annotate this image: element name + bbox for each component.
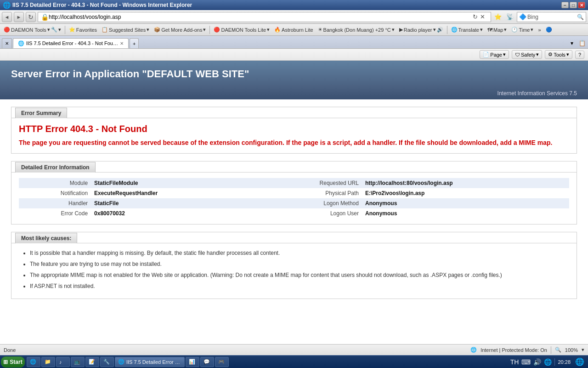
close-icon[interactable]: ✕ bbox=[5, 41, 9, 46]
help-button[interactable]: ? bbox=[575, 51, 584, 59]
new-tab-button[interactable]: + bbox=[130, 38, 139, 48]
page-menu-button[interactable]: 📄 Page ▾ bbox=[480, 50, 509, 59]
chevron-down-icon: ▾ bbox=[47, 27, 50, 33]
tray-lang[interactable]: TH bbox=[510, 358, 519, 366]
physical-path-key: Physical Path bbox=[264, 188, 362, 198]
app2-icon: 🔧 bbox=[103, 359, 110, 365]
play-icon: ▶ bbox=[399, 27, 403, 33]
ie-active-taskbar-button[interactable]: 🌐 IIS 7.5 Detailed Error - 404.3 - Not F… bbox=[115, 357, 185, 367]
folder-icon: 📁 bbox=[45, 359, 51, 365]
tools-menu-button[interactable]: ⚙ Tools ▾ bbox=[545, 50, 572, 59]
windows-icon: ⊞ bbox=[3, 359, 8, 365]
refresh-button[interactable]: ↻ bbox=[26, 12, 36, 22]
zoom-arrow[interactable]: ▾ bbox=[582, 347, 584, 353]
star-icon: ⭐ bbox=[69, 27, 75, 33]
app3-taskbar-button[interactable]: 📊 bbox=[186, 357, 199, 367]
app5-icon: 🎮 bbox=[218, 359, 225, 365]
winamp-taskbar-icon[interactable]: ♪ bbox=[56, 357, 70, 367]
suggested-sites-button[interactable]: 📋 Suggested Sites ▾ bbox=[100, 26, 151, 33]
causes-section: Most likely causes: It is possible that … bbox=[11, 232, 577, 299]
browser-content[interactable]: Server Error in Application "DEFAULT WEB… bbox=[0, 61, 588, 344]
iis-header: Server Error in Application "DEFAULT WEB… bbox=[0, 61, 588, 87]
forward-button[interactable]: ► bbox=[14, 12, 24, 22]
address-input[interactable]: http://localhost/voos/login.asp bbox=[49, 14, 473, 20]
music-icon: ♪ bbox=[59, 359, 62, 365]
causes-content: It is possible that a handler mapping is… bbox=[11, 243, 577, 299]
app5-taskbar-button[interactable]: 🎮 bbox=[215, 357, 229, 367]
requested-url-key: Requested URL bbox=[264, 178, 362, 188]
tray-network[interactable]: 🌐 bbox=[544, 358, 552, 366]
explorer-taskbar-icon[interactable]: 📁 bbox=[41, 357, 55, 367]
chevron-down-icon4: ▾ bbox=[267, 27, 270, 33]
separator bbox=[551, 346, 551, 354]
new-window-button[interactable]: 📋 bbox=[578, 39, 586, 47]
error-summary-content: HTTP Error 404.3 - Not Found The page yo… bbox=[11, 118, 577, 153]
minimize-button[interactable]: − bbox=[561, 2, 569, 8]
page-icon: 📄 bbox=[483, 52, 489, 58]
list-item: It is possible that a handler mapping is… bbox=[30, 249, 569, 257]
notification-key: Notification bbox=[19, 188, 90, 198]
error-code-key: Error Code bbox=[19, 208, 90, 218]
handler-val: StaticFile bbox=[90, 198, 245, 208]
notepad-taskbar-icon[interactable]: 📝 bbox=[85, 357, 99, 367]
close-all-tab[interactable]: ✕ bbox=[2, 38, 12, 48]
chevron-down-tools: ▾ bbox=[566, 52, 569, 58]
app3-icon: 📊 bbox=[189, 359, 195, 365]
astroburn-button[interactable]: 🔥 Astroburn Lite bbox=[272, 26, 315, 33]
rss-icon[interactable]: 📡 bbox=[505, 12, 515, 22]
search-icon[interactable]: 🔍 bbox=[577, 14, 584, 20]
stop-icon[interactable]: ✕ bbox=[478, 12, 488, 22]
back-button[interactable]: ◄ bbox=[2, 12, 12, 22]
error-summary-tab: Error Summary bbox=[15, 108, 67, 118]
zoom-icon: 🔍 bbox=[555, 347, 561, 353]
favorites-star-icon[interactable]: ⭐ bbox=[493, 12, 503, 22]
more-button[interactable]: » bbox=[536, 27, 543, 33]
security-icon: 🔒 bbox=[41, 13, 49, 21]
extra-icon[interactable]: 🔵 bbox=[544, 26, 554, 33]
close-button[interactable]: ✕ bbox=[578, 2, 585, 8]
done-label: Done bbox=[4, 347, 16, 353]
time-button[interactable]: 🕐 Time ▾ bbox=[509, 26, 535, 33]
tabs-controls: ▾ 📋 bbox=[568, 39, 586, 48]
daemon-tools-button[interactable]: 🔴 DAEMON Tools ▾ 🔧 ▾ bbox=[2, 26, 63, 33]
active-app-label: IIS 7.5 Detailed Error - 404.3 - Not Fou… bbox=[126, 359, 181, 365]
app4-taskbar-button[interactable]: 💬 bbox=[200, 357, 214, 367]
address-bar: 🔒 http://localhost/voos/login.asp ↻ ✕ bbox=[38, 12, 491, 22]
media-control[interactable]: ▶ Radio player ▾ 🔊 bbox=[397, 26, 445, 33]
start-button[interactable]: ⊞ Start bbox=[1, 356, 25, 368]
astroburn-icon: 🔥 bbox=[274, 27, 281, 33]
security-status: Internet | Protected Mode: On bbox=[481, 347, 547, 353]
more-addons-button[interactable]: 📦 Get More Add-ons ▾ bbox=[152, 26, 208, 33]
app2-taskbar-icon[interactable]: 🔧 bbox=[100, 357, 114, 367]
app4-icon: 💬 bbox=[204, 359, 210, 365]
media-taskbar-icon[interactable]: 📺 bbox=[71, 357, 85, 367]
active-tab[interactable]: 🌐 IIS 7.5 Detailed Error - 404.3 - Not F… bbox=[13, 38, 129, 48]
chevron-down-icon7: ▾ bbox=[480, 27, 483, 33]
refresh-icon[interactable]: ↻ bbox=[473, 13, 478, 20]
title-bar-controls: − □ ✕ bbox=[561, 2, 585, 8]
search-input[interactable] bbox=[539, 14, 576, 20]
tab-close-button[interactable]: ✕ bbox=[120, 41, 124, 46]
chevron-down-icon8: ▾ bbox=[504, 27, 507, 33]
tray-keyboard[interactable]: ⌨ bbox=[521, 358, 531, 366]
safety-menu-button[interactable]: 🛡 Safety ▾ bbox=[512, 50, 542, 59]
logon-method-val: Anonymous bbox=[362, 198, 569, 208]
show-desktop-button[interactable]: 🌐 bbox=[575, 357, 584, 366]
translate-button[interactable]: 🌐 Translate ▾ bbox=[449, 26, 485, 33]
logon-user-key: Logon User bbox=[264, 208, 362, 218]
chevron-down-icon5: ▾ bbox=[392, 27, 395, 33]
favorites-button[interactable]: ⭐ Favorites bbox=[67, 26, 99, 33]
clock-icon: 🕐 bbox=[511, 27, 518, 33]
tray-volume[interactable]: 🔊 bbox=[533, 358, 541, 366]
detailed-error-content: Module StaticFileModule Requested URL ht… bbox=[11, 172, 577, 224]
search-area: 🔷 Bing 🔍 bbox=[517, 12, 586, 22]
separator3 bbox=[447, 26, 447, 34]
map-button[interactable]: 🗺 Map ▾ bbox=[486, 26, 509, 33]
daemon-tools-lite-button[interactable]: 🔴 DAEMON Tools Lite ▾ bbox=[212, 26, 271, 33]
taskbar-time: 20:28 bbox=[558, 359, 571, 365]
maximize-button[interactable]: □ bbox=[570, 2, 577, 8]
addons-icon: 📦 bbox=[154, 27, 160, 33]
ie-taskbar-icon[interactable]: 🌐 bbox=[27, 357, 40, 367]
tab-list-button[interactable]: ▾ bbox=[568, 39, 576, 47]
weather-button[interactable]: ☀ Bangkok (Don Muang) +29 °C ▾ bbox=[316, 26, 396, 33]
